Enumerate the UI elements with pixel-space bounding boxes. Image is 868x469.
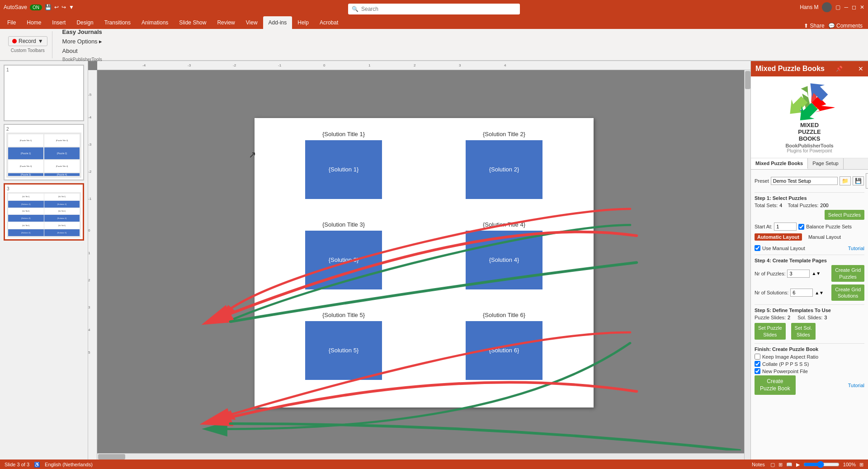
slide2-cell-4: {Puzzle 4}: [44, 173, 80, 176]
preset-save-btn[interactable]: 💾: [853, 176, 864, 185]
fit-slide-btn[interactable]: ⊞: [859, 462, 863, 468]
keep-ratio-row: Keep Image Aspect Ratio: [755, 354, 864, 360]
solution-title-4: {Solution Title 4}: [483, 221, 525, 228]
panel-pin-icon[interactable]: 📌: [836, 66, 843, 72]
solution-title-1: {Solution Title 1}: [322, 131, 365, 137]
tab-help[interactable]: Help: [292, 16, 314, 29]
slide-num-1: 1: [6, 67, 81, 72]
hscrollbar-thumb[interactable]: [98, 454, 125, 460]
select-puzzles-btn[interactable]: Select Puzzles: [825, 210, 864, 220]
vscrollbar-thumb[interactable]: [745, 71, 750, 89]
minimize-btn[interactable]: ─: [844, 4, 848, 10]
customize-icon[interactable]: ▼: [69, 4, 74, 10]
tab-slideshow[interactable]: Slide Show: [174, 16, 212, 29]
manual-layout-tab[interactable]: Manual Layout: [806, 233, 844, 241]
statusbar-right: Notes ▢ ⊞ 📖 ▶ 100% ⊞: [750, 461, 863, 468]
solution-box-1: {Solution 1}: [305, 140, 382, 199]
tab-file[interactable]: File: [2, 16, 21, 29]
comments-btn[interactable]: 💬 Comments: [828, 23, 863, 29]
slide-thumb-2[interactable]: 2 {Puzzle Title 1} {Puzzle Title 2} {Puz…: [4, 124, 84, 180]
search-bar: 🔍: [348, 4, 520, 14]
ruler-vertical: -5 -4 -3 -2 -1 0 1 2 3 4 5: [88, 70, 97, 460]
close-btn[interactable]: ✕: [860, 4, 864, 10]
total-puzzles-label: Total Puzzles:: [788, 203, 818, 208]
svg-marker-1: [221, 410, 236, 420]
slide3-c6: {Solution 6}: [44, 229, 80, 236]
slide-thumb-3[interactable]: 3 {Sol. Title 1} {Sol. Title 2} {Solutio…: [4, 183, 84, 241]
save-icon[interactable]: 💾: [45, 4, 52, 10]
panel-tab-page-setup[interactable]: Page Setup: [808, 158, 844, 169]
slide-info: Slide 3 of 3: [5, 462, 29, 467]
use-manual-layout-checkbox[interactable]: [755, 245, 760, 251]
panel-tab-mixed-puzzle[interactable]: Mixed Puzzle Books: [751, 158, 808, 169]
start-at-input[interactable]: [774, 223, 797, 231]
tab-home[interactable]: Home: [21, 16, 47, 29]
collate-checkbox[interactable]: [755, 361, 760, 367]
set-sol-slides-btn[interactable]: Set Sol.Slides: [791, 323, 816, 340]
ruler-mark-v0: 0: [88, 228, 90, 232]
right-panel: Mixed Puzzle Books 📌 ✕: [750, 61, 868, 460]
ribbon-display-icon[interactable]: ▢: [835, 4, 840, 10]
search-input[interactable]: [361, 6, 516, 12]
ruler-mark-v4: -4: [88, 115, 91, 119]
balance-checkbox[interactable]: [798, 224, 804, 230]
preset-row: Preset 📁 💾 💾+: [755, 173, 864, 189]
statusbar: Slide 3 of 3 ♿ English (Netherlands) Not…: [0, 460, 868, 469]
panel-close-btn[interactable]: ✕: [858, 65, 863, 72]
language-label: English (Netherlands): [45, 462, 93, 467]
manual-layout-row: Use Manual Layout Tutorial: [755, 245, 864, 251]
more-options-menu-item[interactable]: More Options ▸: [60, 37, 105, 46]
record-button[interactable]: Record ▼: [8, 36, 47, 46]
comments-icon: 💬: [828, 23, 835, 29]
tutorial-link-1[interactable]: Tutorial: [848, 246, 864, 251]
new-ppt-checkbox[interactable]: [755, 368, 760, 374]
keep-ratio-checkbox[interactable]: [755, 354, 760, 360]
nr-solutions-spinner[interactable]: ▲▼: [815, 290, 824, 295]
panel-logo-svg: [785, 81, 835, 122]
about-menu-item[interactable]: About: [60, 47, 105, 55]
vscrollbar[interactable]: [744, 70, 750, 460]
svg-marker-0: [219, 303, 237, 317]
restore-btn[interactable]: ◻: [852, 4, 856, 10]
preset-saveas-btn[interactable]: 💾+: [866, 173, 868, 189]
tab-animations[interactable]: Animations: [136, 16, 174, 29]
slide-inner-3: {Sol. Title 1} {Sol. Title 2} {Solution …: [7, 192, 81, 237]
autosave-toggle[interactable]: ON: [30, 5, 42, 10]
tutorial-link-2[interactable]: Tutorial: [848, 383, 864, 388]
nr-solutions-input[interactable]: [790, 289, 813, 297]
slide-thumb-1[interactable]: 1: [4, 65, 84, 121]
total-sets-row: Total Sets: 4 Total Puzzles: 200 Select …: [755, 203, 864, 220]
create-puzzle-book-btn[interactable]: CreatePuzzle Book: [755, 375, 796, 395]
redo-icon[interactable]: ↪: [61, 4, 66, 10]
logo-brand-name: MIXEDPUZZLEBOOKS: [798, 122, 821, 142]
sol-slides-value: 3: [824, 315, 827, 320]
view-reading-icon[interactable]: 📖: [786, 462, 793, 468]
auto-layout-tab[interactable]: Automatic Layout: [755, 233, 802, 241]
preset-folder-btn[interactable]: 📁: [840, 176, 851, 185]
zoom-slider[interactable]: [803, 461, 840, 468]
undo-icon[interactable]: ↩: [54, 4, 59, 10]
view-slideshow-icon[interactable]: ▶: [796, 462, 800, 468]
create-grid-puzzles-btn[interactable]: Create GridPuzzles: [831, 265, 864, 282]
view-normal-icon[interactable]: ▢: [770, 462, 775, 468]
collate-label: Collate (P P P S S S): [762, 361, 809, 367]
tab-addins[interactable]: Add-ins: [263, 16, 292, 29]
tab-review[interactable]: Review: [212, 16, 240, 29]
create-grid-solutions-btn[interactable]: Create GridSolutions: [831, 284, 864, 301]
tab-view[interactable]: View: [241, 16, 263, 29]
hscrollbar[interactable]: [97, 453, 744, 460]
ruler-mark-v1b: 1: [88, 251, 90, 255]
easy-journals-menu-item[interactable]: Easy Journals: [60, 28, 105, 36]
nr-puzzles-input[interactable]: [787, 270, 810, 278]
view-slide-sorter-icon[interactable]: ⊞: [778, 462, 783, 468]
share-btn[interactable]: ⬆ Share: [804, 23, 824, 29]
tab-acrobat[interactable]: Acrobat: [314, 16, 344, 29]
puzzle-slides-label: Puzzle Slides:: [755, 315, 786, 320]
notes-btn[interactable]: Notes: [750, 461, 767, 468]
slide3-t5: {Sol. Title 5}: [8, 222, 44, 229]
preset-input[interactable]: [771, 177, 838, 185]
nr-puzzles-spinner-up[interactable]: ▲▼: [811, 271, 821, 276]
set-puzzle-slides-btn[interactable]: Set PuzzleSlides: [755, 323, 786, 340]
nr-solutions-row: Nr of Solutions: ▲▼ Create GridSolutions: [755, 284, 864, 301]
solution-title-5: {Solution Title 5}: [322, 312, 365, 318]
